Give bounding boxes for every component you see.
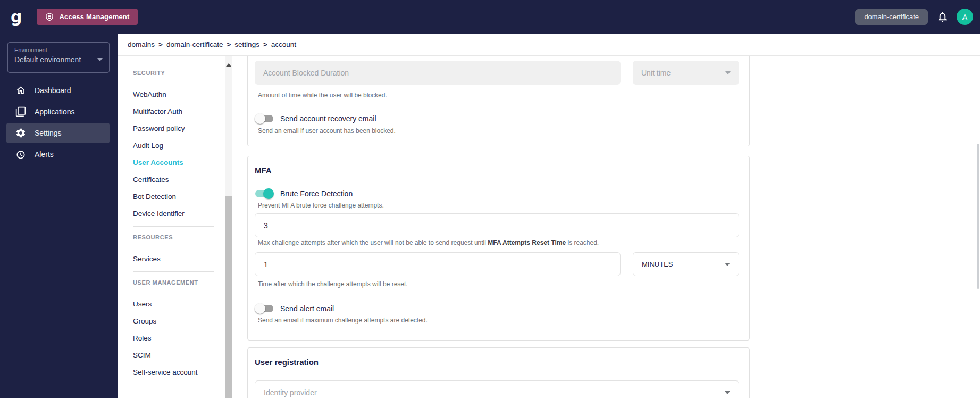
account-block-card: Account Blocked Duration Unit time Amoun… bbox=[247, 56, 750, 146]
account-blocked-duration-placeholder: Account Blocked Duration bbox=[263, 69, 349, 77]
unit-time-placeholder: Unit time bbox=[641, 69, 671, 77]
breadcrumb-settings[interactable]: settings bbox=[234, 40, 259, 48]
send-recovery-email-label: Send account recovery email bbox=[280, 114, 376, 123]
subnav-divider bbox=[133, 226, 214, 227]
reset-time-unit-value: MINUTES bbox=[642, 260, 673, 268]
subnav-item-device-identifier[interactable]: Device Identifier bbox=[118, 205, 225, 222]
chevron-down-icon bbox=[725, 391, 730, 394]
breadcrumb: domains>domain-certificate>settings>acco… bbox=[128, 40, 296, 48]
primary-sidebar: Environment Default environment Dashboar… bbox=[0, 34, 118, 398]
notifications-bell-icon[interactable] bbox=[936, 11, 949, 23]
scroll-up-arrow-icon[interactable] bbox=[226, 63, 231, 67]
attempts-reset-time-input[interactable]: 1 bbox=[255, 252, 621, 276]
current-domain-button[interactable]: domain-certificate bbox=[855, 9, 928, 25]
subnav-item-roles[interactable]: Roles bbox=[118, 329, 225, 346]
card-divider bbox=[255, 374, 739, 374]
send-alert-email-hint: Send an email if maximum challenge attem… bbox=[255, 317, 739, 325]
brute-force-detection-hint: Prevent MFA brute force challenge attemp… bbox=[255, 202, 739, 210]
subnav-item-multifactor-auth[interactable]: Multifactor Auth bbox=[118, 103, 225, 120]
breadcrumb-account[interactable]: account bbox=[271, 40, 296, 48]
sidebar-item-label: Applications bbox=[35, 107, 75, 116]
breadcrumb-separator: > bbox=[263, 40, 267, 48]
breadcrumb-separator: > bbox=[158, 40, 163, 48]
subnav-divider bbox=[133, 271, 214, 272]
user-registration-title: User registration bbox=[255, 348, 739, 367]
breadcrumb-separator: > bbox=[227, 40, 231, 48]
chevron-down-icon bbox=[725, 71, 731, 74]
applications-icon bbox=[15, 106, 26, 117]
brute-force-detection-label: Brute Force Detection bbox=[280, 189, 353, 198]
max-challenge-attempts-value: 3 bbox=[264, 221, 268, 230]
environment-selector[interactable]: Environment Default environment bbox=[7, 42, 110, 73]
attempts-reset-time-value: 1 bbox=[264, 260, 268, 269]
subnav-item-bot-detection[interactable]: Bot Detection bbox=[118, 188, 225, 205]
chevron-down-icon bbox=[97, 58, 103, 61]
app-root: g Access Management domain-certificate A… bbox=[0, 0, 980, 398]
subnav-item-user-accounts[interactable]: User Accounts bbox=[118, 154, 225, 171]
card-divider bbox=[255, 183, 739, 183]
user-registration-card: User registration Identity provider bbox=[247, 347, 750, 398]
send-recovery-email-toggle[interactable] bbox=[255, 113, 274, 124]
max-challenge-attempts-hint: Max challenge attempts after which the u… bbox=[255, 239, 739, 247]
breadcrumb-bar: domains>domain-certificate>settings>acco… bbox=[118, 34, 980, 56]
subnav-item-audit-log[interactable]: Audit Log bbox=[118, 137, 225, 154]
identity-provider-placeholder: Identity provider bbox=[264, 388, 317, 397]
mfa-card: MFA Brute Force Detection Prevent MFA br… bbox=[247, 156, 750, 341]
subnav-header-resources: RESOURCES bbox=[133, 234, 225, 241]
subnav-item-users[interactable]: Users bbox=[118, 295, 225, 312]
main-content: Account Blocked Duration Unit time Amoun… bbox=[232, 56, 980, 398]
account-blocked-duration-input[interactable]: Account Blocked Duration bbox=[255, 61, 621, 85]
subnav-item-certificates[interactable]: Certificates bbox=[118, 171, 225, 188]
home-icon bbox=[15, 85, 26, 96]
sidebar-item-label: Settings bbox=[35, 129, 62, 137]
subnav-header-user-management: USER MANAGEMENT bbox=[133, 279, 225, 286]
environment-value: Default environment bbox=[14, 55, 81, 64]
gravitee-logo[interactable]: g bbox=[11, 9, 22, 25]
subnav-item-password-policy[interactable]: Password policy bbox=[118, 120, 225, 137]
page-scrollbar-thumb[interactable] bbox=[977, 144, 979, 289]
product-badge: Access Management bbox=[37, 9, 137, 25]
sidebar-item-label: Alerts bbox=[35, 150, 54, 159]
environment-label: Environment bbox=[14, 47, 103, 53]
subnav-item-self-service-account[interactable]: Self-service account bbox=[118, 363, 225, 380]
sidebar-item-applications[interactable]: Applications bbox=[6, 102, 110, 122]
sidebar-item-label: Dashboard bbox=[35, 86, 71, 95]
blocked-duration-hint: Amount of time while the user will be bl… bbox=[255, 92, 739, 100]
product-badge-label: Access Management bbox=[59, 13, 129, 21]
brute-force-detection-toggle[interactable] bbox=[255, 188, 274, 199]
sidebar-item-settings[interactable]: Settings bbox=[6, 123, 110, 143]
send-alert-email-toggle[interactable] bbox=[255, 303, 274, 314]
alarm-icon bbox=[15, 149, 26, 160]
send-recovery-email-hint: Send an email if user account has been b… bbox=[255, 127, 739, 135]
subnav-item-services[interactable]: Services bbox=[118, 250, 225, 267]
shield-lock-icon bbox=[45, 12, 54, 22]
subnav-item-webauthn[interactable]: WebAuthn bbox=[118, 86, 225, 103]
gear-icon bbox=[15, 128, 26, 138]
subnav-scrollbar-thumb[interactable] bbox=[225, 196, 232, 398]
subnav-scrollbar[interactable] bbox=[225, 56, 232, 398]
chevron-down-icon bbox=[725, 263, 730, 266]
send-alert-email-label: Send alert email bbox=[280, 304, 334, 313]
max-challenge-attempts-input[interactable]: 3 bbox=[255, 213, 739, 237]
subnav-item-scim[interactable]: SCIM bbox=[118, 346, 225, 363]
subnav-header-security: SECURITY bbox=[133, 70, 225, 76]
sidebar-item-dashboard[interactable]: Dashboard bbox=[6, 80, 110, 101]
mfa-card-title: MFA bbox=[255, 156, 739, 176]
unit-time-select[interactable]: Unit time bbox=[633, 61, 739, 85]
attempts-reset-time-hint: Time after which the challenge attempts … bbox=[255, 280, 739, 288]
breadcrumb-domain[interactable]: domain-certificate bbox=[166, 40, 223, 48]
sidebar-item-alerts[interactable]: Alerts bbox=[6, 144, 110, 164]
top-bar: g Access Management domain-certificate A bbox=[0, 0, 980, 34]
subnav-item-groups[interactable]: Groups bbox=[118, 312, 225, 329]
reset-time-unit-select[interactable]: MINUTES bbox=[633, 252, 739, 276]
settings-subnav: SECURITY WebAuthn Multifactor Auth Passw… bbox=[118, 56, 225, 398]
user-avatar[interactable]: A bbox=[957, 9, 973, 25]
breadcrumb-domains[interactable]: domains bbox=[128, 40, 155, 48]
primary-nav: Dashboard Applications Settings Alerts bbox=[0, 80, 118, 165]
identity-provider-select[interactable]: Identity provider bbox=[255, 380, 739, 398]
